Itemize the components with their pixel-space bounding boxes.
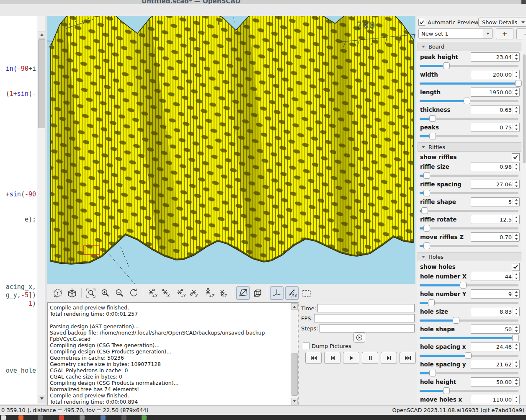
parameter-spinbox[interactable]: 200.00	[471, 70, 520, 79]
parameter-checkbox[interactable]	[512, 153, 520, 161]
slider-handle[interactable]	[465, 352, 472, 359]
slider-handle[interactable]	[515, 80, 522, 87]
slider-handle[interactable]	[443, 387, 450, 394]
parameter-spinbox[interactable]: 50	[471, 325, 520, 334]
show-details-dropdown[interactable]: Show Details	[478, 18, 526, 27]
slider-handle[interactable]	[429, 133, 436, 139]
view-plus-x-icon[interactable]: +X	[146, 287, 159, 299]
console-scrollbar[interactable]	[291, 303, 298, 405]
slider-handle[interactable]	[453, 317, 459, 324]
parameter-checkbox[interactable]	[512, 263, 520, 271]
play-button[interactable]	[353, 332, 365, 343]
perspective-icon[interactable]	[236, 286, 250, 300]
fps-input[interactable]	[314, 314, 415, 322]
parameter-spinbox[interactable]: 23.04	[471, 52, 520, 62]
slider-handle[interactable]	[443, 62, 450, 69]
parameter-slider[interactable]	[420, 334, 518, 342]
spinbox-arrows-icon[interactable]	[513, 325, 519, 333]
parameter-spinbox[interactable]: 1950.00	[471, 88, 520, 97]
parameter-slider[interactable]	[420, 189, 518, 197]
skip-last-button[interactable]	[400, 352, 416, 364]
spinbox-arrows-icon[interactable]	[513, 307, 519, 316]
parameter-spinbox[interactable]: 0.98	[471, 162, 520, 171]
show-scale-markers-icon[interactable]: /10	[285, 286, 299, 300]
slider-handle[interactable]	[512, 335, 519, 341]
slider-handle[interactable]	[423, 242, 430, 249]
slider-handle[interactable]	[429, 115, 436, 122]
console-scrollbar-thumb[interactable]	[291, 353, 298, 396]
3d-viewport[interactable]: 200	[47, 16, 415, 284]
taskbar-app-icon[interactable]	[59, 415, 64, 420]
step-forward-button[interactable]	[381, 352, 397, 364]
view-plus-y-icon[interactable]: +Y	[175, 287, 187, 299]
reset-rotation-icon[interactable]	[127, 287, 140, 299]
zoom-out-icon[interactable]	[113, 287, 126, 299]
scroll-up-icon[interactable]	[291, 303, 298, 310]
spinbox-arrows-icon[interactable]	[513, 272, 519, 281]
zoom-in-icon[interactable]	[99, 287, 111, 299]
taskbar-app-icon[interactable]	[121, 415, 126, 420]
parameter-slider[interactable]	[420, 224, 518, 232]
taskbar-app-icon[interactable]	[101, 415, 106, 420]
parameter-slider[interactable]	[420, 172, 518, 179]
spinbox-arrows-icon[interactable]	[513, 53, 519, 61]
spinbox-arrows-icon[interactable]	[513, 343, 519, 351]
spinbox-arrows-icon[interactable]	[513, 233, 519, 241]
customizer-scrollbar-thumb[interactable]	[523, 54, 526, 163]
parameter-slider[interactable]	[420, 97, 518, 105]
parameter-slider[interactable]	[420, 80, 518, 87]
view-plus-z-icon[interactable]: +Z	[203, 287, 216, 299]
spinbox-arrows-icon[interactable]	[513, 106, 519, 114]
console-log[interactable]: Compile and preview finished.Total rende…	[47, 302, 298, 405]
slider-handle[interactable]	[423, 172, 430, 179]
customizer-section-header[interactable]: Board	[418, 42, 521, 51]
step-back-button[interactable]	[324, 352, 340, 364]
parameter-spinbox[interactable]: 27.06	[471, 180, 520, 189]
view-boundary-icon[interactable]	[300, 287, 313, 299]
spinbox-arrows-icon[interactable]	[513, 70, 519, 79]
window-control-button[interactable]	[521, 0, 526, 4]
skip-first-button[interactable]	[305, 352, 322, 364]
spinbox-arrows-icon[interactable]	[513, 215, 519, 224]
steps-input[interactable]	[320, 324, 415, 332]
parameter-slider[interactable]	[420, 369, 518, 377]
taskbar-app-icon[interactable]	[38, 415, 43, 420]
parameter-spinbox[interactable]: 44	[471, 272, 520, 281]
scroll-up-icon[interactable]	[38, 31, 46, 39]
slider-handle[interactable]	[460, 282, 467, 289]
play-animation-button[interactable]	[343, 352, 359, 364]
scroll-down-icon[interactable]	[38, 395, 46, 402]
view-all-icon[interactable]	[52, 287, 64, 299]
spinbox-arrows-icon[interactable]	[513, 395, 519, 404]
parameter-slider[interactable]	[420, 281, 518, 289]
view-minus-y-icon[interactable]: -Y	[189, 287, 201, 299]
taskbar-app-icon[interactable]	[142, 415, 147, 420]
parameter-spinbox[interactable]: 50.00	[471, 377, 520, 387]
spinbox-arrows-icon[interactable]	[513, 290, 519, 298]
parameter-slider[interactable]	[420, 115, 518, 122]
zoom-to-fit-icon[interactable]	[85, 287, 97, 299]
automatic-preview-checkbox[interactable]	[418, 19, 425, 26]
checkbox-icon[interactable]	[303, 343, 309, 349]
parameter-slider[interactable]	[420, 352, 518, 359]
taskbar-app-icon[interactable]	[18, 415, 23, 420]
parameter-slider[interactable]	[420, 242, 518, 250]
taskbar-app-icon[interactable]	[1, 415, 6, 420]
parameter-slider[interactable]	[420, 132, 518, 140]
parameter-spinbox[interactable]: 12.5	[471, 215, 520, 224]
parameter-slider[interactable]	[420, 62, 518, 70]
pause-button[interactable]	[362, 352, 378, 364]
add-preset-button[interactable]: +	[496, 28, 513, 39]
taskbar-app-icon[interactable]	[80, 415, 85, 420]
parameter-spinbox[interactable]: 5	[471, 197, 520, 206]
orthographic-icon[interactable]	[251, 287, 264, 299]
parameter-spinbox[interactable]: 21.62	[471, 360, 520, 369]
spinbox-arrows-icon[interactable]	[513, 88, 519, 96]
spinbox-arrows-icon[interactable]	[513, 162, 519, 171]
time-input[interactable]	[317, 304, 415, 312]
spinbox-arrows-icon[interactable]	[513, 180, 519, 188]
slider-handle[interactable]	[428, 299, 435, 306]
editor-scrollbar[interactable]	[37, 16, 46, 404]
scroll-down-icon[interactable]	[291, 398, 298, 405]
customizer-section-header[interactable]: Holes	[418, 252, 521, 261]
